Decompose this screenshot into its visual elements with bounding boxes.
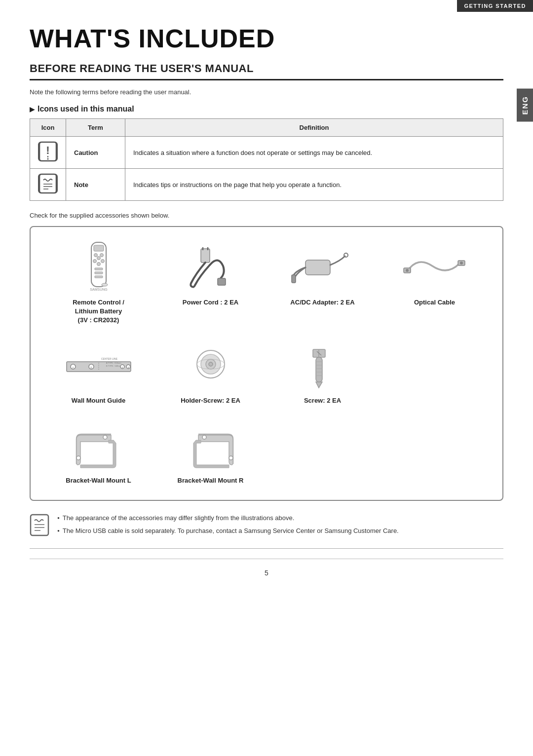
svg-point-26 [344, 253, 348, 257]
svg-rect-24 [218, 278, 226, 285]
accessory-power-cord: Power Cord : 2 EA [154, 237, 266, 330]
icons-table: Icon Term Definition ! Caution Indicates… [30, 118, 503, 201]
accessory-screw: Screw: 2 EA [266, 335, 379, 410]
note-bullet-2: The Micro USB cable is sold separately. … [57, 526, 399, 536]
svg-point-63 [229, 456, 233, 460]
optical-cable-image [403, 244, 467, 293]
note-text-content: The appearance of the accessories may di… [57, 513, 399, 538]
accessories-row-1: SAMSUNG Remote Control /Lithium Battery(… [42, 237, 491, 330]
language-tab: ENG [517, 89, 533, 122]
svg-point-30 [406, 269, 409, 272]
note-box: The appearance of the accessories may di… [30, 513, 503, 549]
wall-mount-guide-image: A B CENTER LINE A TYPE : 616mm B TYPE : … [67, 342, 131, 391]
svg-point-60 [103, 435, 107, 439]
page-number: 5 [30, 569, 503, 577]
note-bullet-1: The appearance of the accessories may di… [57, 513, 399, 524]
caution-icon-cell: ! [30, 137, 66, 169]
svg-point-13 [97, 263, 100, 266]
svg-text:SAMSUNG: SAMSUNG [90, 288, 107, 291]
svg-marker-59 [316, 382, 322, 388]
caution-term: Caution [66, 137, 125, 169]
accessory-holder-screw: Holder-Screw: 2 EA [154, 335, 266, 410]
svg-rect-16 [95, 268, 103, 270]
caution-icon: ! [38, 142, 58, 161]
svg-point-3 [47, 158, 49, 160]
note-icon-cell [30, 169, 66, 201]
svg-point-15 [101, 260, 104, 263]
bracket-l-image [67, 422, 131, 471]
caution-definition: Indicates a situation where a function d… [125, 137, 503, 169]
screw-label: Screw: 2 EA [304, 396, 341, 405]
svg-text:B: B [121, 366, 123, 369]
svg-rect-25 [305, 260, 330, 275]
acdc-adapter-image [291, 244, 355, 293]
page-title: WHAT'S INCLUDED [30, 24, 503, 53]
holder-screw-label: Holder-Screw: 2 EA [181, 396, 240, 405]
screw-image [291, 342, 355, 391]
icons-heading: Icons used in this manual [30, 105, 503, 113]
note-definition: Indicates tips or instructions on the pa… [125, 169, 503, 201]
optical-cable-label: Optical Cable [414, 298, 455, 307]
accessory-empty [379, 335, 491, 410]
bracket-l-label: Bracket-Wall Mount L [66, 476, 131, 485]
wall-mount-guide-label: Wall Mount Guide [72, 396, 125, 405]
svg-rect-21 [201, 249, 210, 263]
page-divider [30, 559, 503, 559]
svg-point-10 [94, 254, 97, 257]
table-row: Note Indicates tips or instructions on t… [30, 169, 503, 201]
accessory-bracket-wall-mount-r: Bracket-Wall Mount R [154, 415, 266, 490]
bracket-r-label: Bracket-Wall Mount R [178, 476, 244, 485]
svg-rect-18 [95, 276, 103, 278]
accessory-remote-control: SAMSUNG Remote Control /Lithium Battery(… [42, 237, 154, 330]
getting-started-label: GETTING STARTED [457, 0, 533, 12]
svg-point-48 [209, 362, 213, 366]
svg-rect-27 [292, 275, 296, 283]
power-cord-label: Power Cord : 2 EA [183, 298, 238, 307]
svg-text:A TYPE : 616mm: A TYPE : 616mm [106, 362, 121, 364]
svg-rect-17 [95, 272, 103, 274]
note-icon [38, 174, 58, 193]
accessories-box: SAMSUNG Remote Control /Lithium Battery(… [30, 226, 503, 501]
svg-text:A: A [127, 366, 129, 369]
accessory-acdc-adapter: AC/DC Adapter: 2 EA [266, 237, 379, 330]
remote-control-image: SAMSUNG [67, 244, 131, 293]
svg-point-31 [460, 262, 463, 265]
empty-2 [379, 415, 491, 490]
svg-rect-4 [39, 174, 56, 193]
check-accessories-text: Check for the supplied accessories shown… [30, 212, 503, 219]
svg-point-11 [100, 254, 103, 257]
svg-rect-53 [316, 357, 322, 382]
section-title: BEFORE READING THE USER'S MANUAL [30, 62, 503, 80]
power-cord-image [179, 244, 243, 293]
svg-rect-9 [94, 245, 104, 251]
svg-point-20 [102, 283, 108, 286]
note-icon-wrap [30, 514, 49, 538]
svg-point-14 [93, 260, 96, 263]
icons-table-header-definition: Definition [125, 119, 503, 137]
svg-point-61 [76, 456, 80, 460]
svg-text:CENTER LINE: CENTER LINE [101, 357, 118, 360]
table-row: ! Caution Indicates a situation where a … [30, 137, 503, 169]
bracket-r-image [179, 422, 243, 471]
svg-text:!: ! [46, 144, 49, 156]
remote-control-label: Remote Control /Lithium Battery(3V : CR2… [73, 298, 124, 325]
svg-text:B TYPE : 540mm: B TYPE : 540mm [106, 365, 121, 367]
note-term: Note [66, 169, 125, 201]
svg-point-12 [97, 257, 100, 260]
accessory-optical-cable: Optical Cable [379, 237, 491, 330]
icons-table-header-icon: Icon [30, 119, 66, 137]
svg-point-62 [202, 435, 206, 439]
icons-table-header-term: Term [66, 119, 125, 137]
accessories-row-3: Bracket-Wall Mount L Bracket-Wall Mount … [42, 415, 491, 490]
holder-screw-image [179, 342, 243, 391]
svg-rect-64 [31, 515, 48, 535]
accessory-wall-mount-guide: A B CENTER LINE A TYPE : 616mm B TYPE : … [42, 335, 154, 410]
accessory-bracket-wall-mount-l: Bracket-Wall Mount L [42, 415, 154, 490]
acdc-adapter-label: AC/DC Adapter: 2 EA [290, 298, 354, 307]
accessories-row-2: A B CENTER LINE A TYPE : 616mm B TYPE : … [42, 335, 491, 410]
intro-text: Note the following terms before reading … [30, 88, 503, 96]
empty-1 [266, 415, 379, 490]
